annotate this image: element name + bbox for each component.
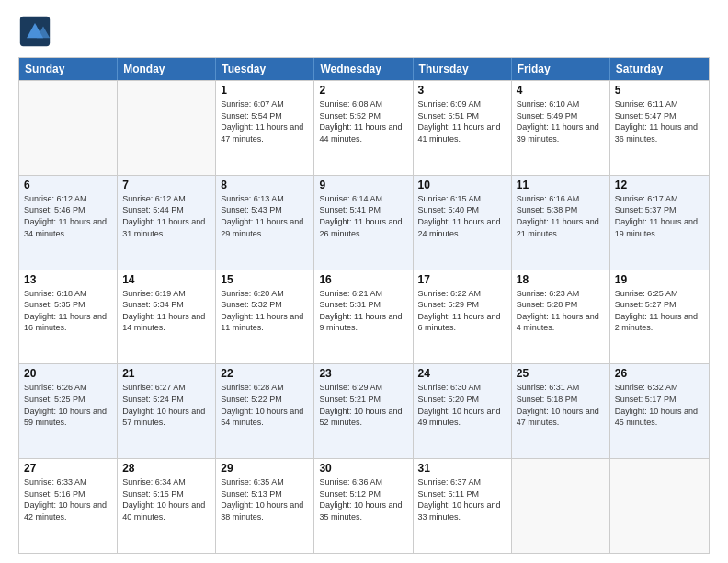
cal-cell-4-2: 29Sunrise: 6:35 AM Sunset: 5:13 PM Dayli… [216,459,314,553]
calendar-header: SundayMondayTuesdayWednesdayThursdayFrid… [19,58,709,80]
cell-info-text: Sunrise: 6:26 AM Sunset: 5:25 PM Dayligh… [24,382,112,428]
cell-day-number: 13 [24,273,112,286]
cell-day-number: 30 [319,462,407,475]
logo-icon [18,15,51,48]
cal-cell-3-6: 26Sunrise: 6:32 AM Sunset: 5:17 PM Dayli… [610,364,709,458]
header-day-wednesday: Wednesday [314,58,413,80]
cal-cell-4-6 [610,459,709,553]
cell-info-text: Sunrise: 6:15 AM Sunset: 5:40 PM Dayligh… [418,193,506,239]
cal-cell-2-4: 17Sunrise: 6:22 AM Sunset: 5:29 PM Dayli… [414,270,512,364]
cal-cell-4-1: 28Sunrise: 6:34 AM Sunset: 5:15 PM Dayli… [118,459,216,553]
cell-info-text: Sunrise: 6:11 AM Sunset: 5:47 PM Dayligh… [615,98,704,144]
cal-cell-0-5: 4Sunrise: 6:10 AM Sunset: 5:49 PM Daylig… [512,81,610,175]
cell-day-number: 26 [615,367,704,380]
cell-day-number: 27 [24,462,112,475]
cal-cell-2-3: 16Sunrise: 6:21 AM Sunset: 5:31 PM Dayli… [314,270,413,364]
header-day-thursday: Thursday [414,58,512,80]
cal-cell-4-3: 30Sunrise: 6:36 AM Sunset: 5:12 PM Dayli… [314,459,413,553]
cal-cell-1-3: 9Sunrise: 6:14 AM Sunset: 5:41 PM Daylig… [314,176,413,270]
cal-cell-3-2: 22Sunrise: 6:28 AM Sunset: 5:22 PM Dayli… [216,364,314,458]
cal-cell-1-4: 10Sunrise: 6:15 AM Sunset: 5:40 PM Dayli… [414,176,512,270]
cell-info-text: Sunrise: 6:21 AM Sunset: 5:31 PM Dayligh… [319,288,407,334]
cell-day-number: 15 [221,273,309,286]
cal-cell-1-1: 7Sunrise: 6:12 AM Sunset: 5:44 PM Daylig… [118,176,216,270]
cal-cell-2-5: 18Sunrise: 6:23 AM Sunset: 5:28 PM Dayli… [512,270,610,364]
cell-info-text: Sunrise: 6:27 AM Sunset: 5:24 PM Dayligh… [122,382,210,428]
cal-cell-2-0: 13Sunrise: 6:18 AM Sunset: 5:35 PM Dayli… [19,270,118,364]
cal-cell-3-3: 23Sunrise: 6:29 AM Sunset: 5:21 PM Dayli… [314,364,413,458]
cell-day-number: 11 [517,178,605,191]
header-day-friday: Friday [512,58,610,80]
cell-day-number: 31 [418,462,506,475]
cell-info-text: Sunrise: 6:29 AM Sunset: 5:21 PM Dayligh… [319,382,407,428]
cell-day-number: 10 [418,178,506,191]
cell-day-number: 14 [122,273,210,286]
cell-day-number: 19 [615,273,704,286]
cell-info-text: Sunrise: 6:13 AM Sunset: 5:43 PM Dayligh… [221,193,309,239]
cell-day-number: 8 [221,178,309,191]
cell-day-number: 2 [319,84,407,97]
cell-day-number: 9 [319,178,407,191]
cell-info-text: Sunrise: 6:32 AM Sunset: 5:17 PM Dayligh… [615,382,704,428]
cell-day-number: 7 [122,178,210,191]
cell-info-text: Sunrise: 6:25 AM Sunset: 5:27 PM Dayligh… [615,288,704,334]
cell-day-number: 12 [615,178,704,191]
cell-info-text: Sunrise: 6:28 AM Sunset: 5:22 PM Dayligh… [221,382,309,428]
header-day-tuesday: Tuesday [216,58,314,80]
cal-cell-4-0: 27Sunrise: 6:33 AM Sunset: 5:16 PM Dayli… [19,459,118,553]
cal-cell-0-6: 5Sunrise: 6:11 AM Sunset: 5:47 PM Daylig… [610,81,709,175]
cell-day-number: 3 [418,84,506,97]
cell-info-text: Sunrise: 6:10 AM Sunset: 5:49 PM Dayligh… [517,98,605,144]
header-day-saturday: Saturday [610,58,709,80]
calendar-row-0: 1Sunrise: 6:07 AM Sunset: 5:54 PM Daylig… [19,80,709,175]
cell-info-text: Sunrise: 6:34 AM Sunset: 5:15 PM Dayligh… [122,477,210,523]
cell-day-number: 25 [517,367,605,380]
header-day-sunday: Sunday [19,58,118,80]
cal-cell-2-6: 19Sunrise: 6:25 AM Sunset: 5:27 PM Dayli… [610,270,709,364]
cal-cell-1-5: 11Sunrise: 6:16 AM Sunset: 5:38 PM Dayli… [512,176,610,270]
cell-day-number: 18 [517,273,605,286]
cell-info-text: Sunrise: 6:16 AM Sunset: 5:38 PM Dayligh… [517,193,605,239]
calendar-row-1: 6Sunrise: 6:12 AM Sunset: 5:46 PM Daylig… [19,175,709,270]
cal-cell-4-5 [512,459,610,553]
calendar-row-4: 27Sunrise: 6:33 AM Sunset: 5:16 PM Dayli… [19,458,709,553]
calendar-row-3: 20Sunrise: 6:26 AM Sunset: 5:25 PM Dayli… [19,363,709,458]
cal-cell-1-2: 8Sunrise: 6:13 AM Sunset: 5:43 PM Daylig… [216,176,314,270]
calendar: SundayMondayTuesdayWednesdayThursdayFrid… [18,57,710,554]
cell-info-text: Sunrise: 6:17 AM Sunset: 5:37 PM Dayligh… [615,193,704,239]
header [18,15,710,48]
cal-cell-3-0: 20Sunrise: 6:26 AM Sunset: 5:25 PM Dayli… [19,364,118,458]
cal-cell-1-6: 12Sunrise: 6:17 AM Sunset: 5:37 PM Dayli… [610,176,709,270]
cell-info-text: Sunrise: 6:20 AM Sunset: 5:32 PM Dayligh… [221,288,309,334]
cal-cell-0-0 [19,81,118,175]
cal-cell-0-3: 2Sunrise: 6:08 AM Sunset: 5:52 PM Daylig… [314,81,413,175]
calendar-body: 1Sunrise: 6:07 AM Sunset: 5:54 PM Daylig… [19,80,709,553]
cal-cell-3-5: 25Sunrise: 6:31 AM Sunset: 5:18 PM Dayli… [512,364,610,458]
cell-info-text: Sunrise: 6:12 AM Sunset: 5:46 PM Dayligh… [24,193,112,239]
logo [18,15,55,48]
cell-day-number: 28 [122,462,210,475]
cell-info-text: Sunrise: 6:18 AM Sunset: 5:35 PM Dayligh… [24,288,112,334]
cell-day-number: 22 [221,367,309,380]
cell-info-text: Sunrise: 6:07 AM Sunset: 5:54 PM Dayligh… [221,98,309,144]
cell-day-number: 20 [24,367,112,380]
cell-day-number: 21 [122,367,210,380]
cal-cell-1-0: 6Sunrise: 6:12 AM Sunset: 5:46 PM Daylig… [19,176,118,270]
cal-cell-2-2: 15Sunrise: 6:20 AM Sunset: 5:32 PM Dayli… [216,270,314,364]
calendar-row-2: 13Sunrise: 6:18 AM Sunset: 5:35 PM Dayli… [19,270,709,364]
cell-info-text: Sunrise: 6:12 AM Sunset: 5:44 PM Dayligh… [122,193,210,239]
cal-cell-0-1 [118,81,216,175]
cell-info-text: Sunrise: 6:19 AM Sunset: 5:34 PM Dayligh… [122,288,210,334]
cal-cell-2-1: 14Sunrise: 6:19 AM Sunset: 5:34 PM Dayli… [118,270,216,364]
cal-cell-0-2: 1Sunrise: 6:07 AM Sunset: 5:54 PM Daylig… [216,81,314,175]
cell-info-text: Sunrise: 6:36 AM Sunset: 5:12 PM Dayligh… [319,477,407,523]
cell-day-number: 16 [319,273,407,286]
cal-cell-4-4: 31Sunrise: 6:37 AM Sunset: 5:11 PM Dayli… [414,459,512,553]
cell-info-text: Sunrise: 6:23 AM Sunset: 5:28 PM Dayligh… [517,288,605,334]
cell-info-text: Sunrise: 6:37 AM Sunset: 5:11 PM Dayligh… [418,477,506,523]
cell-info-text: Sunrise: 6:30 AM Sunset: 5:20 PM Dayligh… [418,382,506,428]
cell-day-number: 1 [221,84,309,97]
cell-day-number: 6 [24,178,112,191]
cell-day-number: 4 [517,84,605,97]
cell-info-text: Sunrise: 6:35 AM Sunset: 5:13 PM Dayligh… [221,477,309,523]
